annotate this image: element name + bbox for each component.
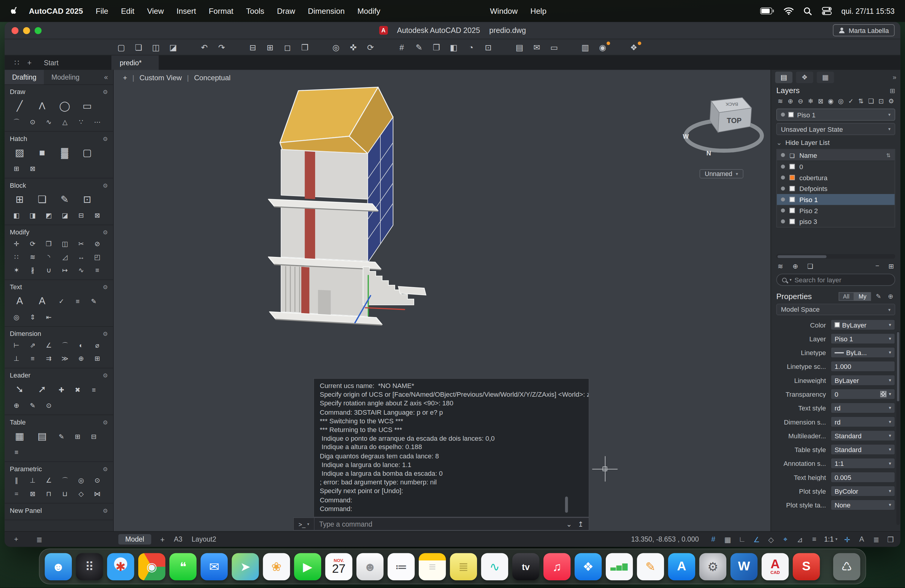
layer-status-icon[interactable] — [781, 175, 785, 180]
layer-color-swatch[interactable] — [789, 219, 795, 224]
radius-dimension-tool[interactable]: ◐ — [75, 340, 88, 351]
screen-icon[interactable]: ▭ — [547, 41, 561, 53]
layer-row-cobertura[interactable]: cobertura — [777, 172, 894, 183]
arc-length-dimension-tool[interactable]: ⌒ — [58, 340, 71, 351]
dock-app-store[interactable]: A — [668, 553, 695, 580]
new-group-filter-icon[interactable]: ⊕ — [791, 262, 799, 270]
share-icon[interactable] — [578, 520, 583, 528]
menu-draw[interactable]: Draw — [270, 6, 302, 15]
edit-polyline-tool[interactable]: ∿ — [75, 264, 88, 276]
point-tool[interactable]: ∵ — [75, 116, 88, 128]
angular-dimension-tool[interactable]: ∠ — [42, 340, 56, 351]
copy-tool[interactable]: ❐ — [42, 238, 56, 250]
erase-tool[interactable]: ⊘ — [90, 238, 104, 250]
tab-overview-icon[interactable] — [11, 58, 23, 67]
layer-color-swatch[interactable] — [789, 164, 795, 169]
panel-settings-icon[interactable] — [103, 507, 108, 513]
user-account-button[interactable]: Marta Labella — [833, 24, 895, 37]
layer-row-0[interactable]: 0 — [777, 161, 894, 172]
dock-numbers[interactable]: ▃▅▇ — [606, 553, 633, 580]
break-tool[interactable]: ∦ — [26, 264, 39, 276]
view-name-button[interactable]: Custom View — [140, 74, 182, 82]
layer-row-defpoints[interactable]: Defpoints — [777, 183, 894, 194]
sort-icon[interactable] — [886, 152, 891, 158]
leader-style-tool[interactable]: ✎ — [26, 400, 39, 412]
layer-states-icon[interactable]: ❏ — [867, 98, 875, 105]
equal-constraint-tool[interactable]: = — [10, 488, 23, 500]
prop-linetype-scale[interactable]: 1.000 — [830, 361, 895, 372]
base-point-tool[interactable]: ⊟ — [75, 210, 88, 221]
orbit-icon[interactable]: ⟳ — [364, 41, 377, 53]
tab-drafting[interactable]: Drafting — [5, 70, 44, 84]
prop-table-style[interactable]: Standard — [830, 444, 895, 455]
ortho-mode-icon[interactable]: ∟ — [737, 535, 747, 544]
angular-constraint-tool[interactable]: ∠ — [42, 475, 56, 486]
leader-settings-tool[interactable]: ⊙ — [42, 400, 56, 412]
single-text-tool[interactable]: A — [32, 293, 52, 310]
trim-tool[interactable]: ✂ — [75, 238, 88, 250]
battery-icon[interactable] — [760, 8, 773, 14]
arc-tool[interactable]: ⌒ — [10, 116, 23, 128]
circle-tool[interactable]: ◯ — [55, 98, 75, 114]
delete-layer-icon[interactable]: ⊖ — [796, 98, 805, 105]
layer-status-icon[interactable] — [781, 198, 785, 202]
layer-status-icon[interactable] — [781, 208, 785, 213]
collect-leaders-tool[interactable]: ⊕ — [10, 400, 23, 412]
filter-my-button[interactable]: My — [854, 292, 871, 301]
sheets-palette-tab[interactable]: ▦ — [817, 72, 834, 83]
table-tool[interactable]: ▦ — [10, 428, 30, 445]
dock-pages[interactable]: ✎ — [637, 553, 664, 580]
lengthen-tool[interactable]: ↦ — [58, 264, 71, 276]
layer-list-header[interactable]: Name — [777, 150, 894, 161]
dock-chrome[interactable]: ◉ — [138, 553, 165, 580]
prop-annotation-scale[interactable]: 1:1 — [830, 458, 895, 469]
new-file-icon[interactable]: ▢ — [114, 41, 128, 53]
app-menu[interactable]: AutoCAD 2025 — [22, 6, 89, 15]
hide-layer-list-toggle[interactable]: Hide Layer List — [771, 135, 900, 149]
viewport-menu-button[interactable]: + — [123, 74, 127, 82]
current-layer-dropdown[interactable]: Piso 1 — [776, 109, 895, 121]
tangent-constraint-tool[interactable]: ⌒ — [58, 475, 71, 486]
justify-text-tool[interactable]: ⇤ — [42, 311, 56, 323]
sidebar-collapse-button[interactable]: « — [99, 73, 113, 81]
tab-layout2[interactable]: Layout2 — [192, 535, 216, 544]
panel-settings-icon[interactable] — [103, 331, 108, 337]
prop-plot-style[interactable]: ByColor — [830, 486, 895, 497]
menu-modify[interactable]: Modify — [351, 6, 387, 15]
symmetric-constraint-tool[interactable]: ◇ — [75, 488, 88, 500]
redo-icon[interactable]: ↷ — [214, 41, 229, 53]
spotlight-search-icon[interactable] — [803, 6, 812, 15]
panel-settings-icon[interactable] — [103, 284, 108, 290]
snap-mode-icon[interactable]: ▦ — [723, 535, 732, 544]
app-manager-icon[interactable]: ❖ — [627, 41, 640, 53]
viewcube-north-label[interactable]: N — [707, 150, 711, 157]
scale-tool[interactable]: ◰ — [90, 251, 104, 263]
panel-list-icon[interactable]: ≣ — [35, 535, 44, 544]
viewcube-west-label[interactable]: W — [683, 133, 689, 140]
panel-settings-icon[interactable] — [103, 229, 108, 235]
scrollbar-thumb[interactable] — [897, 332, 899, 401]
ordinate-dimension-tool[interactable]: ⊥ — [10, 353, 23, 364]
explode-tool[interactable]: ✶ — [10, 264, 23, 276]
layer-state-dropdown[interactable]: Unsaved Layer State — [776, 123, 895, 135]
dock-trash[interactable]: ♺ — [833, 553, 861, 580]
layer-color-swatch[interactable] — [789, 175, 795, 180]
chamfer-tool[interactable]: ◿ — [58, 251, 71, 263]
copy-clip-icon[interactable]: ❐ — [429, 41, 443, 53]
menu-window[interactable]: Window — [484, 6, 524, 15]
continue-dimension-tool[interactable]: ⇉ — [42, 353, 56, 364]
join-tool[interactable]: ∪ — [42, 264, 56, 276]
menu-view[interactable]: View — [141, 6, 170, 15]
window-titlebar[interactable]: A Autodesk AutoCAD 2025 predio.dwg Marta… — [5, 22, 900, 39]
viewcube-back-label[interactable]: BACK — [726, 102, 738, 107]
name-column-header[interactable]: Name — [799, 151, 817, 158]
minimize-button[interactable] — [23, 27, 30, 34]
coincident-constraint-tool[interactable]: ⊙ — [90, 475, 104, 486]
dock-messages[interactable]: ❝ — [169, 553, 197, 580]
layer-properties-icon[interactable]: ≋ — [776, 98, 784, 105]
dock-red-s-app[interactable]: S — [793, 553, 820, 580]
undo-icon[interactable]: ↶ — [197, 41, 211, 53]
dock-facetime[interactable]: ▶ — [294, 553, 321, 580]
horizontal-constraint-tool[interactable]: ⊓ — [42, 488, 56, 500]
prop-linetype[interactable]: ByLa... — [830, 347, 895, 358]
